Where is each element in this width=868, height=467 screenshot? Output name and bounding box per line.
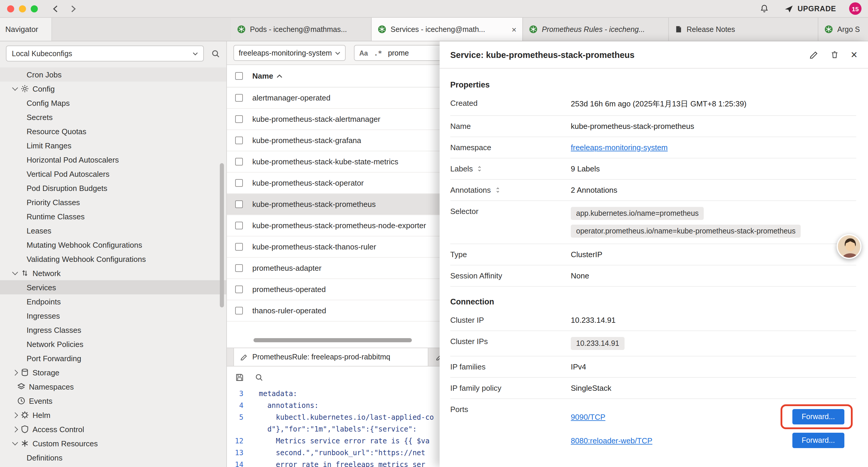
match-case-toggle[interactable]: Aa — [359, 49, 368, 56]
sidebar-item-ingresses[interactable]: Ingresses — [0, 309, 226, 323]
line-number: 4 — [227, 400, 249, 411]
floating-avatar[interactable] — [837, 234, 862, 259]
sidebar-item-horizontal-pod-autoscalers[interactable]: Horizontal Pod Autoscalers — [0, 152, 226, 167]
selector-chip: operator.prometheus.io/name=kube-prometh… — [571, 225, 801, 238]
sidebar-item-port-forwarding[interactable]: Port Forwarding — [0, 351, 226, 365]
zoom-window-button[interactable] — [31, 5, 38, 12]
select-all-checkbox[interactable] — [235, 72, 243, 80]
row-checkbox[interactable] — [235, 307, 243, 315]
editor-search-icon[interactable] — [255, 373, 264, 382]
port-link-8080[interactable]: 8080:reloader-web/TCP — [571, 436, 652, 445]
sidebar-item-priority-classes[interactable]: Priority Classes — [0, 195, 226, 209]
drawer-header: Service: kube-prometheus-stack-prometheu… — [440, 41, 868, 68]
property-row-name: Name kube-prometheus-stack-prometheus — [450, 116, 856, 137]
helm-wheel-icon — [21, 411, 29, 419]
sidebar-item-runtime-classes[interactable]: Runtime Classes — [0, 209, 226, 224]
sidebar-item-resource-quotas[interactable]: Resource Quotas — [0, 124, 226, 138]
forward-button-8080[interactable]: Forward... — [792, 433, 844, 448]
sidebar-group-network[interactable]: Network — [0, 266, 226, 280]
bell-icon — [760, 4, 769, 13]
sidebar-item-leases[interactable]: Leases — [0, 224, 226, 238]
row-checkbox[interactable] — [235, 179, 243, 187]
cluster-ip-label: Cluster IP — [450, 316, 484, 324]
search-icon[interactable] — [211, 49, 220, 58]
notification-count-badge[interactable]: 15 — [849, 2, 862, 15]
minimize-window-button[interactable] — [19, 5, 26, 12]
tab-bar: Navigator Pods - icecheng@mathmas... Ser… — [0, 18, 868, 41]
sidebar-item-network-policies[interactable]: Network Policies — [0, 337, 226, 351]
row-checkbox[interactable] — [235, 264, 243, 272]
navigator-panel-tab[interactable]: Navigator — [0, 18, 52, 41]
upgrade-label: UPGRADE — [797, 4, 836, 13]
close-drawer-icon[interactable]: × — [851, 49, 857, 60]
row-checkbox[interactable] — [235, 137, 243, 144]
annotations-label: Annotations — [450, 185, 491, 195]
service-name: kube-prometheus-stack-grafana — [252, 136, 361, 145]
sidebar-item-namespaces[interactable]: Namespaces — [0, 380, 226, 394]
sidebar-group-helm[interactable]: Helm — [0, 408, 226, 422]
tab-prometheus-rules[interactable]: Prometheus Rules - icecheng... — [523, 18, 669, 41]
forward-button-9090[interactable]: Forward... — [792, 409, 844, 425]
port-line-9090: 9090/TCP Forward... — [571, 405, 856, 429]
cluster-ips-label: Cluster IPs — [450, 337, 488, 346]
sidebar-item-secrets[interactable]: Secrets — [0, 110, 226, 124]
close-tab-icon[interactable]: × — [508, 25, 517, 34]
namespace-selector[interactable]: freeleaps-monitoring-system — [234, 45, 346, 61]
sidebar-scrollbar[interactable] — [220, 163, 224, 308]
port-line-8080: 8080:reloader-web/TCP Forward... — [571, 429, 856, 452]
sidebar-item-cron-jobs[interactable]: Cron Jobs — [0, 67, 226, 82]
tab-pods[interactable]: Pods - icecheng@mathmas... — [231, 18, 372, 41]
row-checkbox[interactable] — [235, 222, 243, 229]
namespace-link[interactable]: freeleaps-monitoring-system — [571, 143, 668, 152]
sidebar-item-limit-ranges[interactable]: Limit Ranges — [0, 138, 226, 152]
editor-tab-prometheusrule[interactable]: PrometheusRule: freeleaps-prod-rabbitmq — [234, 348, 428, 366]
name-column-header[interactable]: Name — [252, 71, 283, 80]
regex-toggle[interactable]: .* — [374, 49, 382, 57]
sidebar-item-mutating-webhook-configurations[interactable]: Mutating Webhook Configurations — [0, 238, 226, 252]
sidebar-item-ingress-classes[interactable]: Ingress Classes — [0, 323, 226, 337]
sidebar-item-events[interactable]: Events — [0, 394, 226, 408]
delete-trash-icon[interactable] — [830, 50, 839, 59]
property-row-ports: Ports 9090/TCP Forward... 8080:reloader-… — [450, 399, 856, 458]
close-window-button[interactable] — [7, 5, 14, 12]
tab-label: Argo S — [837, 25, 860, 33]
row-checkbox[interactable] — [235, 94, 243, 102]
sidebar-item-services[interactable]: Services — [0, 280, 226, 294]
horizontal-scrollbar[interactable] — [253, 338, 412, 342]
drawer-actions: × — [809, 49, 857, 60]
kubeconfig-selector[interactable]: Local Kubeconfigs — [6, 46, 204, 61]
tab-argo[interactable]: Argo S — [818, 18, 868, 41]
ports-label: Ports — [450, 405, 468, 414]
expand-toggle-icon[interactable] — [477, 166, 483, 172]
sidebar-item-config-maps[interactable]: Config Maps — [0, 96, 226, 110]
back-button[interactable] — [51, 4, 60, 13]
sidebar-item-endpoints[interactable]: Endpoints — [0, 294, 226, 309]
sidebar-item-pod-disruption-budgets[interactable]: Pod Disruption Budgets — [0, 181, 226, 195]
sidebar-item-validating-webhook-configurations[interactable]: Validating Webhook Configurations — [0, 252, 226, 266]
edit-pencil-icon[interactable] — [809, 50, 818, 59]
namespace-selector-value: freeleaps-monitoring-system — [239, 49, 332, 57]
expand-toggle-icon[interactable] — [495, 187, 500, 193]
save-icon[interactable] — [235, 373, 244, 382]
forward-button[interactable] — [68, 4, 78, 13]
sidebar-item-definitions[interactable]: Definitions — [0, 450, 226, 465]
sidebar-group-config[interactable]: Config — [0, 82, 226, 96]
notifications-button[interactable] — [760, 4, 769, 13]
port-link-9090[interactable]: 9090/TCP — [571, 412, 606, 421]
upgrade-button[interactable]: UPGRADE — [784, 4, 836, 13]
property-row-type: Type ClusterIP — [450, 244, 856, 265]
connection-heading: Connection — [450, 297, 856, 306]
row-checkbox[interactable] — [235, 158, 243, 166]
row-checkbox[interactable] — [235, 115, 243, 123]
row-checkbox[interactable] — [235, 243, 243, 251]
tab-services[interactable]: Services - icecheng@math... × — [372, 18, 523, 41]
row-checkbox[interactable] — [235, 286, 243, 293]
sidebar-item-vertical-pod-autoscalers[interactable]: Vertical Pod Autoscalers — [0, 167, 226, 181]
row-checkbox[interactable] — [235, 200, 243, 208]
sidebar-group-custom-resources[interactable]: Custom Resources — [0, 436, 226, 450]
tab-release-notes[interactable]: Release Notes — [669, 18, 818, 41]
sidebar-group-access-control[interactable]: Access Control — [0, 422, 226, 436]
code-text: second.","runbook_url":"https://net — [249, 447, 426, 459]
sidebar-group-storage[interactable]: Storage — [0, 365, 226, 380]
code-text: kubectl.kubernetes.io/last-applied-co — [249, 411, 434, 423]
